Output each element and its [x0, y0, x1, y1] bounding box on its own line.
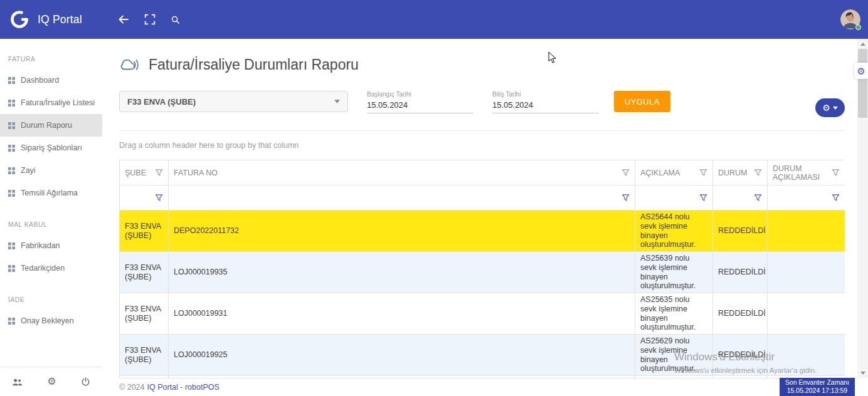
filter-input-aciklama[interactable] — [640, 194, 699, 202]
cell-status[interactable]: REDDEDİLDİ — [713, 252, 768, 293]
filter-input-durum[interactable] — [718, 194, 754, 202]
column-header-aciklama[interactable]: AÇIKLAMA — [635, 160, 713, 185]
filter-icon[interactable] — [754, 194, 762, 202]
sidebar-item-durum-raporu[interactable]: Durum Raporu — [0, 114, 102, 137]
vertical-scrollbar[interactable] — [857, 39, 868, 378]
scrollbar-thumb[interactable] — [858, 49, 867, 118]
table-row[interactable]: F33 ENVA (ŞUBE) LOJ000019925 AS25629 nol… — [120, 335, 845, 376]
navbar-actions — [118, 0, 180, 39]
grid-squares-icon — [8, 77, 15, 84]
filter-icon[interactable] — [832, 169, 840, 177]
cell-status[interactable]: REDDEDİLDİ — [713, 335, 768, 376]
sidebar-item-label: Durum Raporu — [21, 121, 72, 130]
cell-description[interactable]: AS25635 nolu sevk işlemine binayen oluşt… — [635, 293, 713, 335]
cell-status-note[interactable] — [768, 252, 845, 293]
table-row[interactable]: F33 ENVA (ŞUBE) LOJ000019935 AS25639 nol… — [120, 252, 845, 293]
cell-status[interactable]: REDDEDİLDİ — [713, 293, 768, 335]
sidebar-item-fatura-irsaliye-listesi[interactable]: Fatura/İrsaliye Listesi — [0, 91, 102, 114]
footer-link[interactable]: IQ Portal - robotPOS — [147, 383, 220, 392]
filter-input-fatura-no[interactable] — [174, 194, 622, 202]
back-icon[interactable] — [118, 14, 129, 25]
cell-status[interactable]: REDDEDİLDİ — [713, 211, 768, 252]
cell-status-note[interactable] — [768, 211, 845, 252]
filter-input-durum-aciklamasi[interactable] — [773, 194, 832, 202]
filter-icon[interactable] — [754, 169, 762, 177]
cell-branch[interactable]: F33 ENVA (ŞUBE) — [120, 335, 169, 376]
sidebar-item-tedarikciden[interactable]: Tedarikçiden — [0, 257, 102, 279]
scroll-up-arrow[interactable] — [857, 39, 868, 48]
page-title: Fatura/İrsaliye Durumları Raporu — [149, 56, 359, 73]
fullscreen-icon[interactable] — [144, 14, 156, 25]
filter-icon[interactable] — [155, 194, 163, 202]
group-panel-hint[interactable]: Drag a column header here to group by th… — [119, 141, 845, 150]
cell-branch[interactable]: F33 ENVA (ŞUBE) — [120, 211, 169, 252]
app-logo-icon[interactable] — [8, 8, 31, 31]
search-icon[interactable] — [171, 15, 180, 24]
sidebar-bottom-toolbar: ⚙ — [0, 367, 102, 396]
filter-icon[interactable] — [622, 169, 630, 177]
grid-squares-icon — [8, 167, 15, 174]
filter-cell-fatura-no[interactable] — [169, 185, 635, 211]
cell-description[interactable]: AS25629 nolu sevk işlemine binayen oluşt… — [635, 335, 713, 376]
cell-status-note[interactable] — [768, 335, 845, 376]
grid-settings-button[interactable]: ⚙ — [815, 98, 845, 117]
filter-icon[interactable] — [699, 194, 707, 202]
cell-invoice-no[interactable]: LOJ000019935 — [169, 252, 635, 293]
cell-status-note[interactable] — [768, 293, 845, 335]
scroll-down-arrow[interactable] — [857, 368, 868, 377]
sidebar-item-dashboard[interactable]: Dashboard — [0, 69, 102, 91]
filter-cell-durum-aciklamasi[interactable] — [768, 185, 845, 211]
grid-filter-row — [120, 185, 845, 211]
filter-cell-durum[interactable] — [713, 185, 768, 211]
gear-icon[interactable]: ⚙ — [47, 377, 56, 387]
sidebar-item-label: Fatura/İrsaliye Listesi — [21, 98, 95, 107]
cell-invoice-no[interactable]: LOJ000019925 — [169, 335, 635, 376]
sidebar-item-zayi[interactable]: Zayi — [0, 159, 102, 182]
table-row[interactable]: F33 ENVA (ŞUBE) DEPO2022011732 AS25644 n… — [120, 211, 845, 252]
top-navbar: IQ Portal — [0, 0, 868, 39]
column-header-fatura-no[interactable]: FATURA NO — [169, 160, 635, 185]
start-date-field[interactable]: Başlangıç Tarihi 15.05.2024 — [367, 91, 474, 113]
sidebar-item-temsili-agirlama[interactable]: Temsili Ağırlama — [0, 182, 102, 204]
sidebar-item-siparis-sablonlari[interactable]: Sipariş Şablonları — [0, 137, 102, 159]
end-date-field[interactable]: Bitiş Tarihi 15.05.2024 — [492, 91, 599, 113]
grid-squares-icon — [8, 242, 15, 249]
cell-description[interactable]: AS25639 nolu sevk işlemine binayen oluşt… — [635, 252, 713, 293]
main-content: Fatura/İrsaliye Durumları Raporu F33 ENV… — [102, 39, 857, 396]
cell-branch[interactable]: F33 ENVA (ŞUBE) — [120, 252, 169, 293]
branch-select[interactable]: F33 ENVA (ŞUBE) — [119, 91, 348, 112]
filter-cell-sube[interactable] — [120, 185, 169, 211]
column-header-durum[interactable]: DURUM — [713, 160, 768, 185]
filter-icon[interactable] — [155, 169, 163, 177]
user-avatar[interactable] — [840, 9, 860, 29]
online-status-dot — [855, 24, 861, 30]
column-header-sube[interactable]: ŞUBE — [120, 160, 169, 185]
sidebar-item-label: Temsili Ağırlama — [21, 189, 78, 197]
apply-button[interactable]: UYGULA — [614, 91, 670, 112]
filter-input-sube[interactable] — [125, 194, 155, 202]
users-icon[interactable] — [12, 377, 23, 387]
cell-description[interactable]: AS25644 nolu sevk işlemine binayen oluşt… — [635, 211, 713, 252]
sidebar-item-fabrikadan[interactable]: Fabrikadan — [0, 234, 102, 257]
power-icon[interactable] — [81, 377, 90, 387]
cell-invoice-no[interactable]: DEPO2022011732 — [169, 211, 635, 252]
data-grid: ŞUBE FATURA NO AÇIKLAMA — [119, 160, 845, 378]
cell-invoice-no[interactable]: LOJ000019931 — [169, 293, 635, 335]
filter-icon[interactable] — [699, 169, 707, 177]
filter-cell-aciklama[interactable] — [635, 185, 713, 211]
table-row[interactable]: F33 ENVA (ŞUBE) LOJ000019931 AS25635 nol… — [120, 293, 845, 335]
column-title: FATURA NO — [174, 169, 218, 177]
chevron-down-icon — [334, 100, 340, 103]
sidebar-item-label: Tedarikçiden — [21, 264, 65, 273]
sidebar: FATURA Dashboard Fatura/İrsaliye Listesi… — [0, 39, 102, 396]
inventory-badge-time: 15.05.2024 17:13:59 — [785, 387, 849, 395]
cell-branch[interactable]: F33 ENVA (ŞUBE) — [120, 293, 169, 335]
sidebar-item-label: Fabrikadan — [21, 241, 60, 250]
settings-flyout-button[interactable]: ⚙ — [854, 63, 868, 79]
filter-icon[interactable] — [622, 194, 630, 202]
filter-icon[interactable] — [832, 194, 840, 202]
sidebar-item-onay-bekleyen[interactable]: Onay Bekleyen — [0, 310, 102, 332]
column-title: ŞUBE — [125, 169, 146, 177]
column-header-durum-aciklamasi[interactable]: DURUM AÇIKLAMASI — [768, 160, 845, 185]
sidebar-section-mal-kabul: MAL KABUL — [0, 204, 102, 234]
